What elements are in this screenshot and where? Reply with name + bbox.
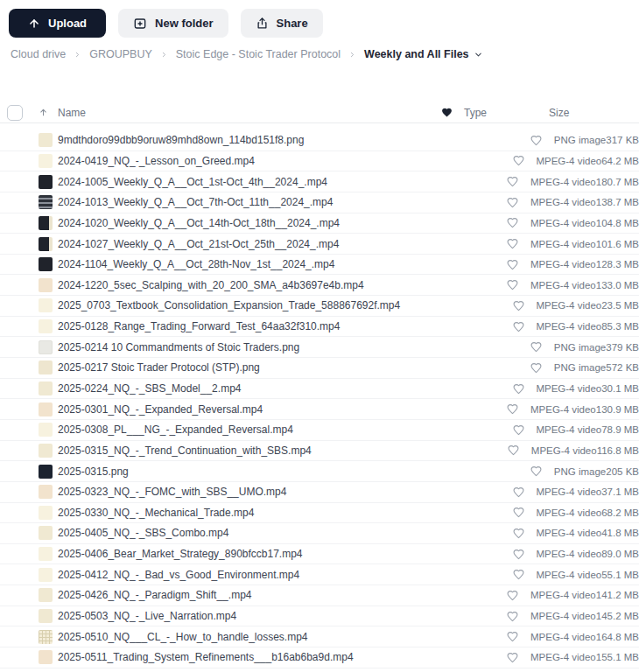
table-row[interactable]: 2025-0224_NQ_-_SBS_Model__2.mp4 MPEG-4 v… [0, 379, 639, 400]
favorite-heart-icon[interactable] [495, 590, 530, 601]
file-name: 2025-0510_NQ___CL_-_How_to_handle_losses… [58, 631, 495, 643]
favorite-heart-icon[interactable] [501, 569, 536, 580]
file-size: 130.9 MB [596, 404, 639, 415]
table-row[interactable]: 2025-0217 Stoic Trader Protocol (STP).pn… [0, 358, 639, 379]
chevron-right-icon [160, 51, 168, 59]
table-row[interactable]: 2025-0511_Trading_System_Refinements___b… [0, 648, 639, 668]
favorite-heart-icon[interactable] [495, 631, 530, 642]
favorite-heart-icon[interactable] [501, 507, 536, 518]
favorite-heart-icon[interactable] [495, 197, 530, 208]
file-type: MPEG-4 video [530, 177, 596, 187]
upload-button[interactable]: Upload [9, 9, 106, 38]
table-row[interactable]: 2025-0330_NQ_-_Mechanical_Trade.mp4 MPEG… [0, 503, 639, 524]
favorite-heart-icon[interactable] [495, 259, 530, 270]
file-size: 138.7 MB [596, 197, 639, 207]
table-row[interactable]: 2025-0510_NQ___CL_-_How_to_handle_losses… [0, 626, 639, 648]
column-header-name[interactable]: Name [58, 107, 429, 119]
file-type: PNG image [554, 362, 606, 373]
file-size: 128.3 MB [596, 259, 639, 270]
favorite-heart-icon[interactable] [501, 155, 536, 166]
breadcrumb-cloud-drive[interactable]: Cloud drive [11, 48, 66, 60]
file-size: 68.2 MB [601, 508, 639, 518]
favorite-heart-icon[interactable] [519, 362, 554, 374]
table-row[interactable]: 2025-0426_NQ_-_Paradigm_Shift__.mp4 MPEG… [0, 585, 639, 606]
upload-button-label: Upload [48, 17, 87, 30]
file-name: 2025-0412_NQ_-_Bad_vs_Good_Environment.m… [58, 569, 501, 581]
file-thumbnail [39, 278, 53, 292]
file-type: MPEG-4 video [536, 383, 601, 394]
favorite-heart-icon[interactable] [519, 135, 554, 146]
column-header-favorite[interactable] [429, 107, 464, 118]
file-size: 572 KB [606, 362, 639, 373]
table-row[interactable]: 2025-0412_NQ_-_Bad_vs_Good_Environment.m… [0, 564, 639, 585]
new-folder-button[interactable]: New folder [118, 9, 228, 38]
table-row[interactable]: 9mdthdoro99dbb9oruw89mhd8own_114bd151f8.… [0, 130, 639, 151]
favorite-heart-icon[interactable] [495, 652, 530, 663]
table-row[interactable]: 2025-0406_Bear_Market_Strategy_890bfccb1… [0, 544, 639, 565]
favorite-heart-icon[interactable] [501, 486, 536, 498]
select-all-checkbox[interactable] [7, 105, 23, 121]
file-size: 41.8 MB [601, 528, 639, 538]
table-row[interactable]: 2025-0315.png PNG image 205 KB [0, 461, 639, 482]
file-thumbnail [39, 402, 53, 416]
favorite-heart-icon[interactable] [501, 321, 536, 332]
file-type: MPEG-4 video [530, 652, 596, 662]
file-size: 89.0 MB [601, 549, 639, 559]
favorite-heart-icon[interactable] [495, 611, 530, 622]
favorite-heart-icon[interactable] [519, 341, 554, 353]
favorite-heart-icon[interactable] [501, 300, 536, 312]
favorite-heart-icon[interactable] [495, 217, 530, 228]
favorite-heart-icon[interactable] [495, 403, 530, 415]
breadcrumb-groupbuy[interactable]: GROUPBUY [89, 48, 152, 60]
table-row[interactable]: 2024-1005_Weekly_Q_A__Oct_1st-Oct_4th__2… [0, 172, 639, 192]
column-header-size[interactable]: Size [549, 107, 639, 119]
table-row[interactable]: 2025-0301_NQ_-_Expanded_Reversal.mp4 MPE… [0, 399, 639, 420]
favorite-heart-icon[interactable] [495, 238, 530, 249]
file-name: 2025_0703_Textbook_Consolidation_Expansi… [58, 299, 501, 312]
breadcrumb-stoic-edge[interactable]: Stoic Edge - Stoic Trader Protocol [176, 48, 341, 60]
share-button[interactable]: Share [241, 9, 323, 38]
favorite-heart-icon[interactable] [501, 424, 536, 436]
favorite-heart-icon[interactable] [495, 176, 530, 187]
table-row[interactable]: 2024-1220_5sec_Scalping_with_20_200_SMA_… [0, 275, 639, 296]
table-row[interactable]: 2024-1013_Weekly_Q_A__Oct_7th-Oct_11th__… [0, 192, 639, 214]
file-size: 145.2 MB [596, 611, 639, 621]
share-button-label: Share [277, 17, 308, 30]
table-row[interactable]: 2025-0214 10 Commandments of Stoic Trade… [0, 337, 639, 358]
file-thumbnail [39, 547, 53, 561]
file-name: 2025-0315.png [58, 466, 519, 478]
file-thumbnail [39, 340, 53, 354]
table-row[interactable]: 2025-0503_NQ_-_Live_Narration.mp4 MPEG-4… [0, 606, 639, 627]
chevron-right-icon [348, 51, 356, 59]
table-row[interactable]: 2025-0308_PL___NG_-_Expanded_Reversal.mp… [0, 420, 639, 441]
favorite-heart-icon[interactable] [495, 279, 530, 290]
file-name: 2024-1005_Weekly_Q_A__Oct_1st-Oct_4th__2… [58, 176, 495, 188]
file-name: 2025-0330_NQ_-_Mechanical_Trade.mp4 [58, 507, 501, 519]
file-thumbnail [39, 216, 53, 230]
favorite-heart-icon[interactable] [501, 528, 536, 539]
file-name: 2025-0426_NQ_-_Paradigm_Shift__.mp4 [58, 589, 495, 601]
favorite-heart-icon[interactable] [519, 466, 554, 477]
table-row[interactable]: 2025-0128_Range_Trading_Forward_Test_64a… [0, 317, 639, 338]
favorite-heart-icon[interactable] [496, 444, 531, 456]
table-row[interactable]: 2024-0419_NQ_-_Lesson_on_Greed.mp4 MPEG-… [0, 151, 639, 172]
sort-ascending-icon[interactable] [39, 108, 58, 117]
table-row[interactable]: 2025-0315_NQ_-_Trend_Continuation_with_S… [0, 441, 639, 462]
favorite-heart-icon[interactable] [501, 549, 536, 560]
breadcrumb-current-folder[interactable]: Weekly and All Files [364, 48, 483, 60]
file-thumbnail [39, 133, 53, 147]
table-row[interactable]: 2025-0323_NQ_-_FOMC_with_SBS__UMO.mp4 MP… [0, 482, 639, 503]
file-name: 2025-0511_Trading_System_Refinements___b… [58, 651, 495, 663]
table-row[interactable]: 2025_0703_Textbook_Consolidation_Expansi… [0, 296, 639, 317]
table-row[interactable]: 2024-1020_Weekly_Q_A__Oct_14th-Oct_18th_… [0, 214, 639, 234]
favorite-heart-icon[interactable] [501, 383, 536, 395]
file-size: 104.8 MB [596, 218, 639, 228]
file-type: MPEG-4 video [530, 404, 596, 415]
column-header-type[interactable]: Type [464, 107, 549, 119]
table-row[interactable]: 2024-1027_Weekly_Q_A__Oct_21st-Oct_25th_… [0, 234, 639, 255]
file-type: MPEG-4 video [530, 280, 596, 290]
table-row[interactable]: 2025-0405_NQ_-_SBS_Combo.mp4 MPEG-4 vide… [0, 523, 639, 544]
breadcrumb-current-label: Weekly and All Files [364, 48, 469, 60]
file-thumbnail [39, 257, 53, 271]
table-row[interactable]: 2024-1104_Weekly_Q_A__Oct_28th-Nov_1st__… [0, 255, 639, 276]
